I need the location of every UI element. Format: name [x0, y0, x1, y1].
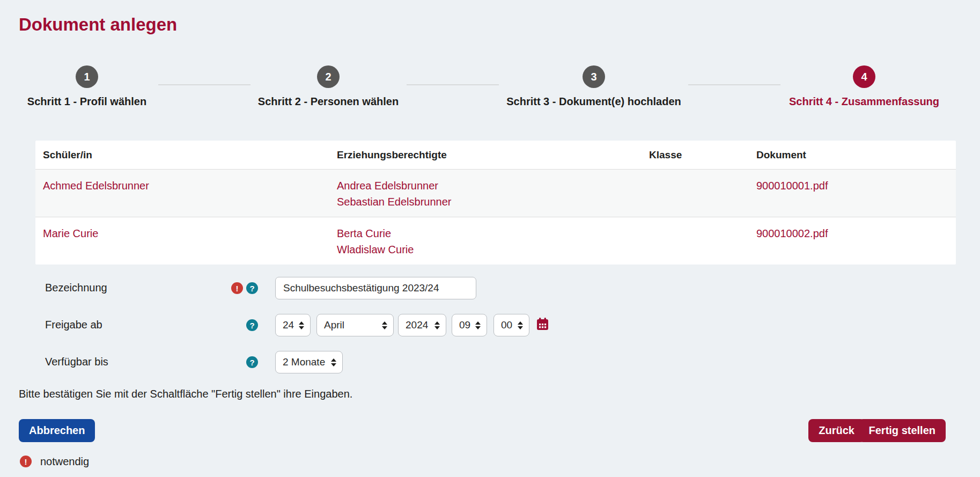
step-connector-1: [158, 84, 250, 85]
guardian-link[interactable]: Andrea Edelsbrunner: [337, 178, 649, 194]
updown-icon: [330, 358, 337, 367]
updown-icon: [298, 321, 305, 330]
month-select-value: April: [324, 319, 344, 331]
verfuegbar-bis-label: Verfügbar bis: [45, 356, 108, 368]
guardians-cell: Berta Curie Wladislaw Curie: [337, 225, 649, 258]
day-select[interactable]: 24: [275, 314, 311, 336]
hour-select-value: 09: [459, 319, 470, 331]
document-link[interactable]: 900010002.pdf: [756, 225, 956, 258]
step-2-label: Schritt 2 - Personen wählen: [210, 96, 446, 108]
back-button[interactable]: Zurück: [808, 419, 865, 442]
updown-icon: [434, 321, 440, 330]
step-2-indicator: 2: [317, 65, 340, 88]
guardian-link[interactable]: Berta Curie: [337, 225, 649, 241]
duration-select[interactable]: 2 Monate: [275, 351, 343, 373]
duration-select-value: 2 Monate: [283, 356, 325, 368]
step-3-indicator: 3: [583, 65, 605, 88]
page-title: Dokument anlegen: [19, 14, 177, 35]
year-select-value: 2024: [406, 319, 428, 331]
updown-icon: [381, 321, 388, 330]
document-link[interactable]: 900010001.pdf: [756, 178, 956, 210]
klasse-cell: [649, 178, 756, 210]
guardian-link[interactable]: Wladislaw Curie: [337, 241, 649, 258]
minute-select-value: 00: [501, 319, 512, 331]
required-legend: notwendig: [40, 456, 89, 468]
summary-table: Schüler/in Erziehungsberechtigte Klasse …: [35, 141, 956, 265]
klasse-cell: [649, 225, 756, 258]
help-icon[interactable]: ?: [246, 319, 258, 331]
table-header-row: Schüler/in Erziehungsberechtigte Klasse …: [35, 141, 956, 170]
step-connector-3: [688, 84, 780, 85]
step-connector-2: [407, 84, 499, 85]
column-header-guardians: Erziehungsberechtigte: [337, 149, 649, 161]
cancel-button[interactable]: Abbrechen: [19, 419, 95, 442]
minute-select[interactable]: 00: [493, 314, 529, 336]
updown-icon: [475, 321, 481, 330]
freigabe-ab-label: Freigabe ab: [45, 319, 102, 331]
step-1-indicator: 1: [76, 65, 98, 88]
help-icon[interactable]: ?: [246, 356, 258, 368]
instruction-text: Bitte bestätigen Sie mit der Schaltfläch…: [19, 388, 352, 400]
column-header-document: Dokument: [756, 149, 956, 161]
finish-button[interactable]: Fertig stellen: [859, 419, 946, 442]
bezeichnung-label: Bezeichnung: [45, 282, 107, 294]
guardians-cell: Andrea Edelsbrunner Sebastian Edelsbrunn…: [337, 178, 649, 210]
column-header-klasse: Klasse: [649, 149, 756, 161]
step-3-label: Schritt 3 - Dokument(e) hochladen: [476, 96, 712, 108]
hour-select[interactable]: 09: [452, 314, 487, 336]
table-row: Marie Curie Berta Curie Wladislaw Curie …: [35, 217, 956, 265]
student-link[interactable]: Marie Curie: [43, 225, 337, 258]
calendar-icon[interactable]: [537, 318, 548, 332]
bezeichnung-input[interactable]: [275, 277, 476, 299]
updown-icon: [517, 321, 524, 330]
month-select[interactable]: April: [316, 314, 394, 336]
help-icon[interactable]: ?: [246, 282, 258, 294]
year-select[interactable]: 2024: [398, 314, 446, 336]
step-1-label: Schritt 1 - Profil wählen: [0, 96, 205, 108]
step-4-label: Schritt 4 - Zusammenfassung: [746, 96, 980, 108]
required-icon: !: [20, 456, 32, 467]
column-header-student: Schüler/in: [43, 149, 337, 161]
guardian-link[interactable]: Sebastian Edelsbrunner: [337, 194, 649, 210]
day-select-value: 24: [283, 319, 294, 331]
table-row: Achmed Edelsbrunner Andrea Edelsbrunner …: [35, 170, 956, 217]
step-4-indicator: 4: [853, 65, 875, 88]
required-icon: !: [231, 282, 243, 294]
student-link[interactable]: Achmed Edelsbrunner: [43, 178, 337, 210]
